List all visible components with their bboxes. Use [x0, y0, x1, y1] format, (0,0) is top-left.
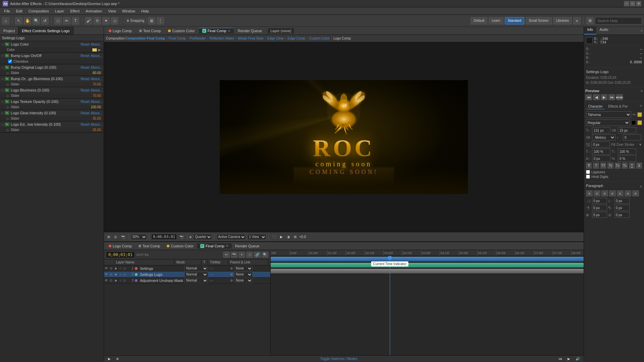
font-select[interactable]: Tahoma [586, 111, 631, 118]
layer-solo-2[interactable]: ☆ [118, 273, 123, 276]
layer-vis-2[interactable]: 👁 [104, 273, 109, 276]
comp-tab-final[interactable]: ≡ Final Comp ✕ [199, 28, 234, 34]
layer-expand-2[interactable]: ▷ [123, 273, 127, 276]
expand-icon[interactable]: ▷ [7, 105, 9, 109]
para-align-justify-all[interactable]: ≡ [632, 190, 639, 196]
effect-about-btn[interactable]: About... [91, 100, 102, 104]
tl-status-icon4[interactable]: ▶ [566, 356, 572, 361]
effect-vis-icon[interactable]: ○ [1, 54, 3, 58]
minimize-btn[interactable]: ─ [624, 1, 629, 6]
clone-tool[interactable]: ⎘ [94, 17, 101, 24]
para-align-justify-right[interactable]: ≡ [625, 190, 631, 196]
tl-tab-logo[interactable]: Logo Comp [105, 243, 135, 249]
para-align-justify-center[interactable]: ≡ [617, 190, 624, 196]
menu-composition[interactable]: Composition [26, 8, 52, 14]
comp-tool-alpha[interactable]: ◑ [285, 234, 291, 239]
char-scale-h-input[interactable] [592, 148, 610, 155]
breadcrumb-edge-glow[interactable]: Edge Glow [267, 37, 284, 40]
prop-value[interactable]: 70.00 [93, 94, 101, 98]
effect-reset-btn[interactable]: Reset [80, 100, 89, 104]
effect-about-btn[interactable]: About... [91, 111, 102, 115]
parent-select-2[interactable]: None [234, 272, 253, 277]
search-input[interactable] [595, 17, 642, 24]
puppet-tool[interactable]: ✦ [102, 17, 110, 24]
effect-reset-btn[interactable]: Reset [80, 54, 89, 58]
para-menu-icon[interactable]: ≡ [640, 185, 642, 188]
breadcrumb-edge-comp[interactable]: Edge Comp [287, 37, 305, 40]
effect-about-btn[interactable]: About... [91, 54, 102, 58]
fmt-btn-sub[interactable]: Ts [622, 163, 628, 169]
mode-select-2[interactable]: Normal [184, 272, 208, 277]
fmt-btn-super[interactable]: Ts [615, 163, 621, 169]
comp-camera-icon[interactable]: 📷 [178, 234, 185, 239]
parent-select-3[interactable]: None [234, 278, 253, 283]
menu-help[interactable]: Help [139, 8, 152, 14]
breadcrumb-final-comp[interactable]: Final Comp [169, 37, 186, 40]
layer-expand-1[interactable]: ▷ [123, 266, 127, 270]
layer-vis-1[interactable]: 👁 [104, 266, 109, 270]
tl-btn-search[interactable]: 🔍 [262, 252, 268, 258]
comp-tab-custom[interactable]: Custom Color [165, 28, 198, 34]
hand-tool[interactable]: ✋ [24, 17, 31, 24]
para-align-left[interactable]: ≡ [586, 190, 593, 196]
tl-close-icon[interactable]: ✕ [226, 244, 228, 248]
comp-tool-snap[interactable]: ◎ [113, 234, 118, 239]
char-va-input[interactable] [623, 134, 641, 140]
breadcrumb-logo-comp[interactable]: Logo Comp [333, 37, 351, 40]
effect-vis-icon[interactable]: ○ [1, 123, 3, 126]
space-after-input[interactable] [614, 205, 630, 211]
tl-btn-add-layer[interactable]: + [238, 252, 245, 258]
info-color-swatch[interactable] [586, 37, 593, 44]
comp-tool-grid[interactable]: ⊞ [106, 234, 111, 239]
workspace-small-screen[interactable]: Small Screen [526, 17, 551, 24]
quality-select[interactable]: Quarter Half Full [193, 234, 212, 240]
layer-solo-3[interactable]: ☆ [118, 279, 123, 282]
workspace-default[interactable]: Default [471, 17, 487, 24]
right-panel-menu-icon[interactable]: ≡ [641, 29, 643, 33]
char-scale-v-input[interactable] [618, 148, 636, 155]
tl-tab-custom[interactable]: Custom Color [163, 243, 197, 249]
ligatures-checkbox[interactable] [586, 170, 590, 174]
comp-tab-render[interactable]: Render Queue [234, 28, 265, 34]
font-edit-icon[interactable]: ✏ [633, 112, 636, 117]
menu-edit[interactable]: Edit [13, 8, 25, 14]
comp-tab-logo[interactable]: Logo Comp [105, 28, 135, 34]
font-kern-input[interactable] [618, 127, 636, 133]
effect-reset-btn[interactable]: Reset [80, 123, 89, 126]
effect-vis-icon[interactable]: ○ [1, 43, 3, 46]
workspace-more-icon[interactable]: » [573, 17, 581, 24]
expand-icon[interactable]: ▷ [7, 82, 9, 86]
fmt-btn-italic[interactable]: T [593, 163, 599, 169]
effect-about-btn[interactable]: About... [91, 66, 102, 69]
layer-expand-3[interactable]: ▷ [123, 279, 127, 282]
effect-reset-btn[interactable]: Reset [80, 43, 89, 46]
para-align-right[interactable]: ≡ [601, 190, 608, 196]
zoom-tool[interactable]: 🔍 [33, 17, 40, 24]
arrow-tool[interactable]: ↖ [15, 17, 22, 24]
char-tab-character[interactable]: Character [586, 104, 605, 109]
breadcrumb-reflection[interactable]: Reflection Water [210, 37, 234, 40]
align-icon1[interactable]: ⊞ [148, 17, 155, 24]
font-fill-color[interactable] [637, 120, 642, 125]
zoom-select[interactable]: 50% 25% 100% [131, 234, 147, 240]
maximize-btn[interactable]: □ [630, 1, 635, 6]
fmt-btn-strike[interactable]: T [636, 163, 642, 169]
pen-tool[interactable]: ✏ [63, 17, 70, 24]
tab-effect-controls[interactable]: Effect Controls Settings Logo [18, 27, 73, 35]
workspace-learn[interactable]: Learn [489, 17, 503, 24]
layer-mode-1[interactable]: Normal [183, 266, 210, 271]
tl-timecode[interactable]: 0;00;03;01 [106, 251, 135, 258]
char-tab-effects[interactable]: Effects & Pre [606, 104, 630, 109]
rotate-tool[interactable]: ↺ [41, 17, 49, 24]
font-secondary-color[interactable] [631, 120, 636, 125]
close-tab-icon[interactable]: ✕ [228, 29, 230, 33]
tab-project[interactable]: Project [0, 27, 18, 35]
comp-tool-render[interactable]: ▶ [279, 234, 284, 239]
right-tab-audio[interactable]: Audio [596, 27, 612, 35]
fmt-btn-bold[interactable]: T [586, 163, 592, 169]
menu-layer[interactable]: Layer [52, 8, 67, 14]
fmt-btn-caps-all[interactable]: TT [600, 163, 606, 169]
prop-value[interactable]: 100.00 [91, 105, 101, 109]
workspace-libraries[interactable]: Libraries [553, 17, 572, 24]
tl-layer-3[interactable]: 👁 ⊙ ■ ☆ ▷ 3 Adjustment Unsharp Mask/Curv… [104, 278, 270, 284]
